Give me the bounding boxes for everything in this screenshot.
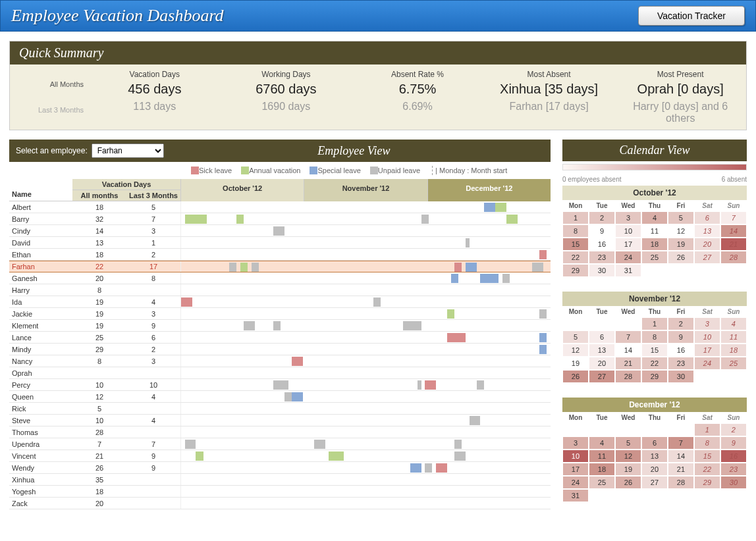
calendar-day[interactable]: 18 [589,463,615,476]
calendar-day[interactable]: 13 [694,224,720,238]
calendar-day[interactable]: 11 [720,330,747,344]
employee-row[interactable]: Wendy269 [9,462,551,474]
calendar-day[interactable]: 30 [668,370,694,383]
employee-row[interactable]: Vincent219 [9,450,551,462]
employee-row[interactable]: David131 [9,237,551,249]
calendar-day[interactable]: 3 [694,317,720,330]
employee-row[interactable]: Xinhua35 [9,474,551,486]
calendar-day[interactable]: 25 [589,476,615,489]
calendar-day[interactable]: 1 [694,423,720,436]
calendar-day[interactable]: 17 [615,238,641,251]
calendar-day[interactable]: 21 [615,357,641,370]
calendar-day[interactable]: 10 [562,450,589,463]
calendar-day[interactable]: 22 [694,463,720,476]
calendar-day[interactable]: 20 [589,357,615,370]
employee-row[interactable]: Steve104 [9,415,551,426]
employee-row[interactable]: Lance256 [9,332,551,344]
calendar-day[interactable]: 3 [562,436,589,450]
calendar-day[interactable]: 16 [668,344,694,357]
employee-row[interactable]: Oprah [9,367,551,379]
calendar-day[interactable]: 23 [589,251,615,264]
employee-row[interactable]: Farhan2217 [9,261,551,272]
employee-row[interactable]: Percy1010 [9,379,551,391]
calendar-day[interactable]: 13 [641,450,668,463]
calendar-day[interactable]: 18 [720,344,747,357]
calendar-day[interactable]: 23 [720,463,747,476]
calendar-day[interactable]: 12 [615,450,641,463]
calendar-day[interactable]: 7 [668,436,694,450]
calendar-day[interactable]: 7 [720,211,747,224]
calendar-day[interactable]: 30 [720,476,747,489]
calendar-day[interactable]: 2 [589,211,615,224]
calendar-day[interactable]: 19 [562,357,589,370]
calendar-day[interactable]: 26 [668,251,694,264]
calendar-day[interactable]: 6 [589,330,615,344]
employee-row[interactable]: Harry8 [9,284,551,296]
calendar-day[interactable]: 17 [694,344,720,357]
employee-row[interactable]: Rick5 [9,403,551,415]
employee-row[interactable]: Albert185 [9,201,551,213]
employee-row[interactable]: Upendra77 [9,438,551,450]
calendar-day[interactable]: 20 [641,463,668,476]
calendar-day[interactable]: 18 [641,238,668,251]
calendar-day[interactable]: 20 [694,238,720,251]
employee-row[interactable]: Mindy292 [9,344,551,355]
calendar-day[interactable]: 15 [641,344,668,357]
calendar-day[interactable]: 7 [615,330,641,344]
calendar-day[interactable]: 27 [694,251,720,264]
calendar-day[interactable]: 9 [720,436,747,450]
employee-row[interactable]: Queen124 [9,391,551,403]
calendar-day[interactable]: 5 [668,211,694,224]
calendar-day[interactable]: 22 [562,251,589,264]
calendar-day[interactable]: 29 [694,476,720,489]
employee-row[interactable]: Jackie193 [9,308,551,320]
employee-row[interactable]: Yogesh18 [9,486,551,498]
calendar-day[interactable]: 8 [641,330,668,344]
employee-row[interactable]: Ethan182 [9,249,551,261]
calendar-day[interactable]: 22 [641,357,668,370]
calendar-day[interactable]: 29 [641,370,668,383]
calendar-day[interactable]: 6 [694,211,720,224]
calendar-day[interactable]: 10 [615,224,641,238]
calendar-day[interactable]: 27 [589,370,615,383]
calendar-day[interactable]: 5 [615,436,641,450]
calendar-day[interactable]: 30 [589,264,615,277]
calendar-day[interactable]: 23 [668,357,694,370]
employee-row[interactable]: Barry327 [9,213,551,225]
calendar-day[interactable]: 9 [589,224,615,238]
calendar-day[interactable]: 4 [720,317,747,330]
employee-row[interactable]: Klement199 [9,320,551,332]
vacation-tracker-button[interactable]: Vacation Tracker [638,6,745,26]
calendar-day[interactable]: 15 [562,238,589,251]
calendar-day[interactable]: 5 [562,330,589,344]
employee-row[interactable]: Nancy83 [9,355,551,367]
calendar-day[interactable]: 16 [720,450,747,463]
calendar-day[interactable]: 28 [615,370,641,383]
calendar-day[interactable]: 27 [641,476,668,489]
calendar-day[interactable]: 11 [641,224,668,238]
calendar-day[interactable]: 12 [668,224,694,238]
employee-row[interactable]: Ganesh208 [9,272,551,284]
calendar-day[interactable]: 6 [641,436,668,450]
calendar-day[interactable]: 8 [562,224,589,238]
calendar-day[interactable]: 19 [668,238,694,251]
calendar-day[interactable]: 31 [562,489,589,502]
calendar-day[interactable]: 14 [615,344,641,357]
calendar-day[interactable]: 14 [668,450,694,463]
calendar-day[interactable]: 21 [668,463,694,476]
calendar-day[interactable]: 8 [694,436,720,450]
employee-row[interactable]: Ida194 [9,296,551,308]
employee-select[interactable]: Farhan [92,143,164,158]
calendar-day[interactable]: 19 [615,463,641,476]
calendar-day[interactable]: 25 [720,357,747,370]
calendar-day[interactable]: 17 [562,463,589,476]
employee-row[interactable]: Cindy143 [9,225,551,237]
calendar-day[interactable]: 24 [615,251,641,264]
calendar-day[interactable]: 3 [615,211,641,224]
calendar-day[interactable]: 24 [562,476,589,489]
employee-row[interactable]: Zack20 [9,498,551,509]
calendar-day[interactable]: 4 [589,436,615,450]
employee-row[interactable]: Thomas28 [9,426,551,438]
calendar-day[interactable]: 16 [589,238,615,251]
calendar-day[interactable]: 28 [668,476,694,489]
